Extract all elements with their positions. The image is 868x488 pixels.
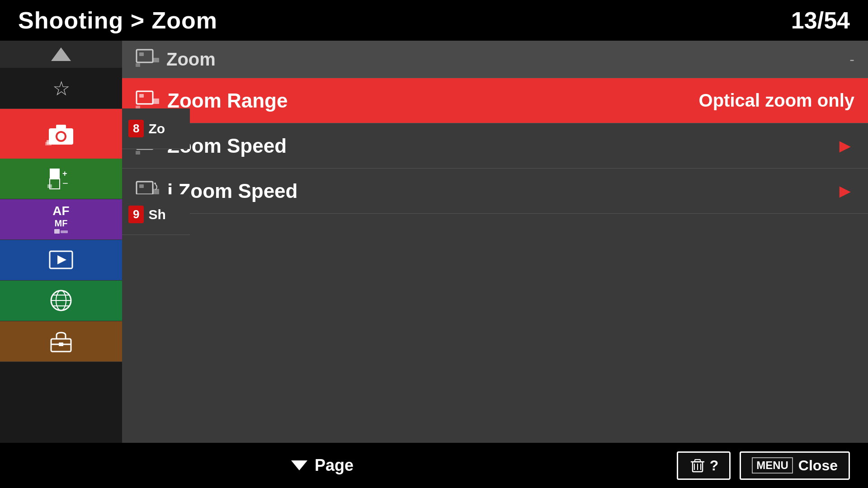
svg-rect-3 [56,125,66,129]
sidebar-cat-af-mf[interactable]: AF MF [0,199,122,240]
page-button[interactable]: Page [289,456,354,475]
globe-icon [47,288,75,313]
sidebar-cat-exposure[interactable]: + − [0,159,122,199]
svg-point-39 [154,183,156,184]
sidebar-item-9-label: Sh [148,207,165,222]
help-button[interactable]: ? [677,451,731,480]
menu-item-zoom-speed[interactable]: Zoom Speed ► [122,123,868,169]
exposure-icon: + − [47,166,75,191]
page-counter: 13/54 [791,7,850,34]
content-panel-title: Zoom [166,49,843,70]
page-icon [289,457,309,474]
svg-rect-46 [695,460,700,462]
af-mf-sub-icon [54,228,68,235]
i-zoom-speed-arrow-icon: ► [835,180,854,202]
svg-rect-6 [50,169,60,178]
sidebar-cat-playback[interactable] [0,240,122,281]
svg-marker-14 [57,255,66,264]
svg-marker-40 [291,460,307,470]
svg-rect-33 [136,151,140,155]
svg-rect-28 [139,94,144,98]
svg-rect-23 [137,50,153,62]
svg-rect-25 [136,63,140,67]
star-icon [52,77,70,100]
menu-badge: MENU [752,457,793,474]
menu-item-zoom-range[interactable]: Zoom Range Optical zoom only [122,78,868,123]
svg-text:−: − [62,178,68,189]
svg-rect-11 [54,229,60,234]
playback-icon [47,249,75,272]
svg-rect-12 [61,230,68,233]
zoom-range-value: Optical zoom only [699,90,854,111]
zoom-range-icon [136,90,160,111]
page-label: Page [315,456,354,475]
content-header: Zoom - [122,41,868,78]
camera-icon [45,120,77,147]
sidebar-item-8-num: 8 [128,120,144,137]
header: Shooting > Zoom 13/54 [0,0,868,41]
trash-icon [689,457,706,474]
scroll-up-button[interactable] [0,41,122,68]
sidebar-cat-favorites[interactable] [0,68,122,108]
svg-rect-22 [59,343,63,346]
footer: Page ? MENU Close [0,443,868,488]
sidebar-cat-shooting[interactable] [0,109,122,159]
svg-rect-36 [139,184,144,188]
af-mf-icon: AF MF [52,204,69,235]
sidebar-item-9-num: 9 [128,206,144,223]
menu-item-i-zoom-speed[interactable]: i Zoom Speed ► [122,169,868,214]
svg-rect-27 [137,91,153,104]
svg-rect-10 [47,184,52,188]
svg-text:+: + [62,169,67,178]
help-label: ? [710,457,719,474]
sidebar: 8 Zo 9 Sh [0,41,122,443]
close-label: Close [798,457,838,474]
collapse-button[interactable]: - [849,51,854,68]
main-container: 8 Zo 9 Sh [0,41,868,443]
sidebar-cat-tools[interactable] [0,321,122,362]
sidebar-item-8-label: Zo [148,121,165,136]
scroll-up-arrow-icon [51,47,71,61]
breadcrumb: Shooting > Zoom [18,7,217,34]
close-button[interactable]: MENU Close [740,451,850,480]
svg-rect-35 [137,182,153,194]
sidebar-cat-network[interactable] [0,281,122,321]
zoom-speed-arrow-icon: ► [835,135,854,157]
zoom-header-icon [136,49,160,70]
zoom-range-label: Zoom Range [167,89,692,112]
svg-point-2 [57,133,65,140]
svg-rect-5 [45,142,52,145]
svg-rect-30 [153,99,159,104]
zoom-speed-label: Zoom Speed [167,135,828,157]
svg-rect-26 [153,58,159,62]
content-panel: Zoom - Zoom Range Optical zoom only Zoom… [122,41,868,443]
i-zoom-speed-label: i Zoom Speed [167,180,828,202]
tools-icon [47,329,75,354]
svg-rect-24 [139,52,144,56]
